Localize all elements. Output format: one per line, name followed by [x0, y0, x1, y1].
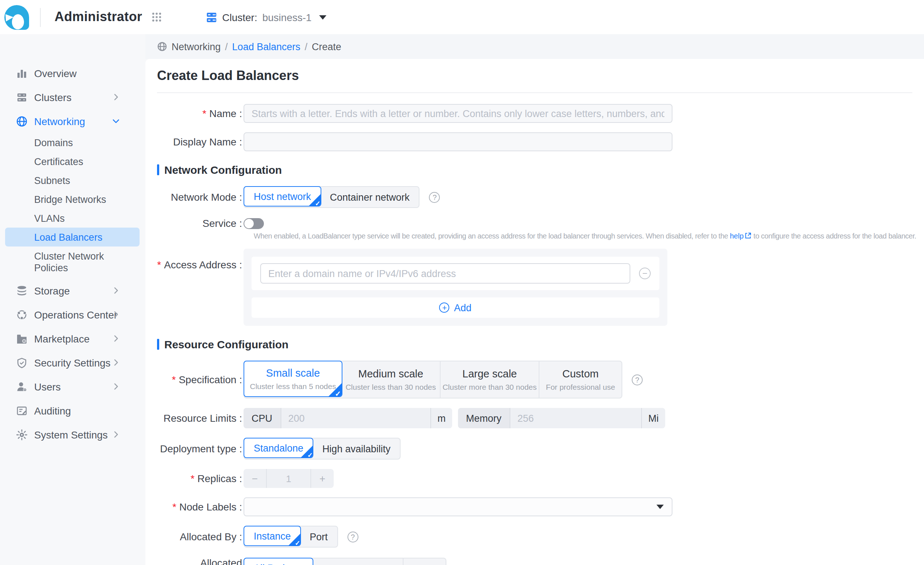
breadcrumb-current: Create [312, 41, 341, 52]
name-input[interactable] [243, 104, 672, 123]
node-labels-select[interactable] [243, 497, 672, 516]
cpu-unit: m [430, 408, 453, 428]
sidebar-item-clusters[interactable]: Clusters [0, 85, 146, 109]
chevron-right-icon [111, 334, 121, 343]
access-address-input[interactable] [260, 263, 630, 284]
service-help-text: When enabled, a LoadBalancer type servic… [254, 232, 924, 240]
app-title: Administrator [54, 9, 142, 25]
display-name-label: Display Name [157, 136, 242, 147]
help-link[interactable]: help [730, 232, 744, 240]
deployment-type-option-standalone[interactable]: Standalone [243, 438, 314, 458]
cluster-selector[interactable]: Cluster: business-1 [206, 11, 326, 23]
sidebar-item-cluster-network-policies[interactable]: Cluster Network Policies [0, 246, 146, 278]
replicas-stepper: − 1 + [243, 469, 334, 488]
sidebar-item-users[interactable]: Users [0, 374, 146, 398]
breadcrumb: Networking / Load Balancers / Create [146, 34, 924, 59]
shield-icon [16, 357, 28, 368]
gear-icon [16, 429, 28, 440]
sidebar-item-domains[interactable]: Domains [0, 133, 146, 152]
chevron-right-icon [111, 358, 121, 367]
divider [40, 8, 41, 27]
folder-gear-icon [16, 333, 28, 344]
sidebar-item-bridge-networks[interactable]: Bridge Networks [0, 190, 146, 209]
spec-card-small-scale[interactable]: Small scale Cluster less than 5 nodes [243, 361, 342, 397]
cpu-limit-input[interactable] [281, 408, 430, 428]
sidebar-item-auditing[interactable]: Auditing [0, 398, 146, 422]
cpu-prefix: CPU [243, 408, 281, 428]
globe-icon [157, 41, 167, 52]
resource-configuration-section-header: Resource Configuration [157, 338, 924, 350]
chevron-right-icon [111, 286, 121, 295]
app-logo-icon[interactable] [4, 4, 30, 30]
name-label: Name [157, 108, 242, 119]
breadcrumb-link-load-balancers[interactable]: Load Balancers [232, 41, 301, 52]
sidebar-item-load-balancers[interactable]: Load Balancers [5, 228, 140, 246]
section-accent-bar [157, 339, 159, 350]
sidebar-item-marketplace[interactable]: Marketplace [0, 326, 146, 350]
admin-console: Administrator Cluster: business-1 [0, 0, 924, 565]
remove-address-button[interactable]: − [639, 267, 651, 279]
memory-prefix: Memory [458, 408, 510, 428]
display-name-input[interactable] [243, 132, 672, 151]
network-mode-option-host[interactable]: Host network [243, 186, 321, 206]
cluster-value: business-1 [262, 11, 312, 23]
access-address-panel: − + Add [243, 249, 668, 326]
service-toggle[interactable] [243, 218, 264, 229]
page-title: Create Load Balancers [157, 68, 912, 84]
audit-doc-icon [16, 405, 28, 416]
sidebar-item-networking[interactable]: Networking [0, 109, 146, 133]
memory-unit: Mi [641, 408, 666, 428]
section-accent-bar [157, 164, 159, 175]
replicas-label: Replicas [157, 473, 242, 484]
allocated-by-option-port[interactable]: Port [300, 526, 338, 547]
replicas-decrement-button[interactable]: − [243, 469, 266, 488]
sidebar-item-overview[interactable]: Overview [0, 61, 146, 85]
network-mode-help-icon[interactable]: ? [429, 192, 440, 203]
access-address-row: − [252, 257, 659, 290]
service-label: Service [157, 218, 242, 229]
memory-limit-group: Memory Mi [458, 408, 665, 428]
network-mode-label: Network Mode [157, 191, 242, 203]
node-labels-label: Node Labels [157, 501, 242, 512]
toggle-knob [244, 218, 254, 228]
cluster-caret-down-icon [319, 15, 326, 19]
resource-limits-label: Resource Limits [157, 412, 242, 424]
allocated-projects-option-all[interactable]: All Projects [243, 558, 313, 565]
spec-card-medium-scale[interactable]: Medium scale Cluster less than 30 nodes [342, 361, 441, 398]
network-mode-option-container[interactable]: Container network [321, 187, 419, 207]
deployment-type-option-ha[interactable]: High availability [313, 439, 400, 459]
allocated-by-help-icon[interactable]: ? [348, 531, 358, 542]
sidebar-item-certificates[interactable]: Certificates [0, 152, 146, 171]
app-switcher-grid-icon[interactable] [151, 12, 162, 23]
specification-help-icon[interactable]: ? [632, 374, 643, 385]
add-address-button[interactable]: + Add [252, 298, 659, 318]
deployment-type-label: Deployment type [157, 443, 242, 454]
user-icon [16, 381, 28, 392]
plus-circle-icon: + [440, 302, 450, 313]
sidebar-item-operations-center[interactable]: Operations Center [0, 302, 146, 326]
sidebar-item-storage[interactable]: Storage [0, 278, 146, 302]
replicas-increment-button[interactable]: + [311, 469, 334, 488]
spec-card-large-scale[interactable]: Large scale Cluster more than 30 nodes [441, 361, 539, 398]
sidebar-item-subnets[interactable]: Subnets [0, 171, 146, 190]
chevron-right-icon [111, 430, 121, 439]
cluster-icon [206, 11, 217, 23]
allocated-projects-option-none[interactable]: None [404, 559, 446, 565]
bar-chart-icon [16, 67, 28, 79]
sidebar-item-security-settings[interactable]: Security Settings [0, 350, 146, 374]
chevron-down-icon [111, 116, 121, 126]
spec-card-custom[interactable]: Custom For professional use [539, 361, 622, 398]
cluster-label: Cluster: [222, 11, 257, 23]
allocated-by-option-instance[interactable]: Instance [243, 526, 301, 546]
network-mode-toggle-group: Host network Container network [243, 186, 420, 208]
network-configuration-section-header: Network Configuration [157, 164, 924, 176]
allocated-by-label: Allocated By [157, 531, 242, 542]
allocated-projects-option-specific[interactable]: Specific projects [312, 559, 404, 565]
memory-limit-input[interactable] [510, 408, 641, 428]
database-icon [16, 285, 28, 296]
create-load-balancer-form: Create Load Balancers Name Display Name [146, 59, 924, 565]
sidebar: Overview Clusters Networking [0, 34, 146, 565]
sidebar-item-system-settings[interactable]: System Settings [0, 422, 146, 446]
allocated-projects-toggle-group: All Projects Specific projects None [243, 558, 446, 565]
sidebar-item-vlans[interactable]: VLANs [0, 209, 146, 228]
